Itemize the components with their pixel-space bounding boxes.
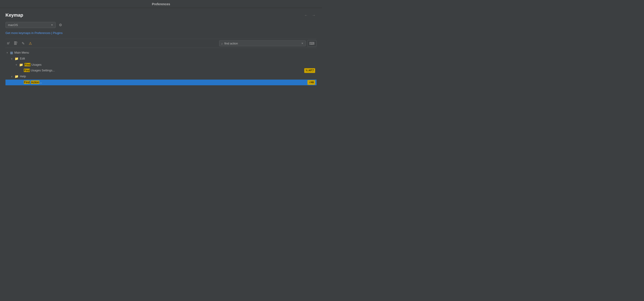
item-label: Find Action... xyxy=(24,80,308,85)
search-input[interactable] xyxy=(224,42,300,45)
chevron-down-icon: ∨ xyxy=(6,51,9,54)
keymap-selected-value: macOS xyxy=(8,23,18,27)
item-label: Find Usages Settings... xyxy=(24,68,304,73)
toolbar-right: ⌕ × ⌨ xyxy=(219,40,316,47)
keyboard-icon: ⌨ xyxy=(309,42,314,46)
edit-icon: ✎ xyxy=(22,42,25,46)
menu-icon: ▦ xyxy=(10,50,13,55)
shortcut-badge: ⌥⇧⌘F7 xyxy=(304,68,315,73)
search-highlight: Find xyxy=(24,80,30,84)
folder-icon: 📁 xyxy=(14,74,18,79)
tree-item[interactable]: ∨ 📁 Edit xyxy=(6,56,316,62)
search-icon: ⌕ xyxy=(221,42,223,45)
item-label: Find Usages xyxy=(24,62,316,67)
keymap-selector-row: macOS ▼ ⚙ xyxy=(6,22,316,28)
nav-arrows: ← → xyxy=(303,13,316,18)
content-area: Keymap ← → macOS ▼ ⚙ Get more keymaps in… xyxy=(0,8,322,150)
item-label: Edit xyxy=(20,56,316,61)
nav-forward-button[interactable]: → xyxy=(311,13,316,18)
page-header: Keymap ← → xyxy=(6,12,316,18)
toolbar: ≡↕ ≣↕ ✎ ⚠ ⌕ × ⌨ xyxy=(6,39,316,48)
preferences-window: Preferences Keymap ← → macOS ▼ ⚙ Get mor… xyxy=(0,0,322,150)
gear-button[interactable]: ⚙ xyxy=(58,22,63,28)
gear-icon: ⚙ xyxy=(59,23,62,27)
find-shortcut-button[interactable]: ⌨ xyxy=(307,40,316,47)
search-box: ⌕ × xyxy=(219,40,306,46)
tree-area: ∨ ▦ Main Menu ∨ 📁 Edit ∨ 📁 Find Usages ∨ xyxy=(6,50,316,150)
filter-modified-button[interactable]: ≣↕ xyxy=(12,40,19,47)
chevron-down-icon: ∨ xyxy=(11,75,14,78)
filter-all-button[interactable]: ≡↕ xyxy=(6,40,11,47)
chevron-down-icon: ▼ xyxy=(51,24,53,26)
folder-icon: 📁 xyxy=(19,62,23,67)
warning-icon: ⚠ xyxy=(29,42,32,46)
folder-icon: 📁 xyxy=(14,56,18,61)
search-highlight: Find xyxy=(24,69,30,72)
page-title: Keymap xyxy=(6,12,23,18)
item-label: Help xyxy=(20,74,316,79)
chevron-down-icon: ∨ xyxy=(16,63,18,66)
tree-item[interactable]: ∨ ▦ Main Menu xyxy=(6,50,316,56)
tree-item[interactable]: ∨ 📁 Find Usages xyxy=(6,62,316,68)
chevron-down-icon: ∨ xyxy=(11,57,14,61)
edit-button[interactable]: ✎ xyxy=(20,40,26,46)
filter-all-icon: ≡↕ xyxy=(7,41,10,46)
shortcut-badge: ⇧⌘A xyxy=(308,80,315,85)
tree-item[interactable]: ∨ Find Usages Settings... ⌥⇧⌘F7 xyxy=(6,68,316,74)
filter-modified-icon: ≣↕ xyxy=(14,41,18,46)
tree-item-selected[interactable]: ∨ Find Action... ⇧⌘A xyxy=(6,80,316,85)
toolbar-left: ≡↕ ≣↕ ✎ ⚠ xyxy=(6,40,33,47)
search-clear-button[interactable]: × xyxy=(301,42,304,45)
nav-back-button[interactable]: ← xyxy=(303,13,309,18)
tree-item[interactable]: ∨ 📁 Help xyxy=(6,74,316,79)
search-highlight: Action xyxy=(31,80,40,84)
title-bar: Preferences xyxy=(0,0,322,8)
keymap-dropdown[interactable]: macOS ▼ xyxy=(6,22,56,28)
plugins-link[interactable]: Get more keymaps in Preferences | Plugin… xyxy=(6,31,316,35)
window-title: Preferences xyxy=(152,2,170,6)
warning-button[interactable]: ⚠ xyxy=(27,40,33,46)
search-highlight: Find xyxy=(24,63,30,66)
item-label: Main Menu xyxy=(14,50,316,55)
